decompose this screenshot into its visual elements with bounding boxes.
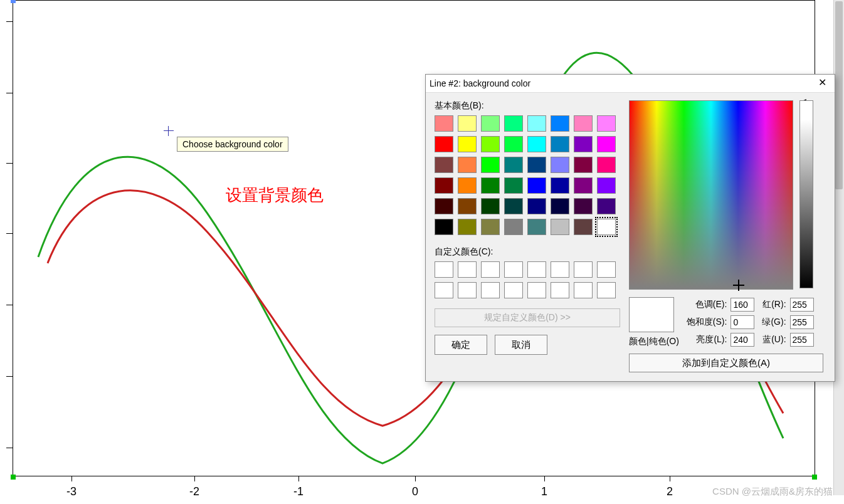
sat-input[interactable] (731, 315, 754, 329)
basic-swatch[interactable] (597, 136, 616, 152)
custom-swatch[interactable] (504, 282, 523, 298)
custom-swatch[interactable] (597, 261, 616, 278)
basic-swatch[interactable] (458, 219, 477, 235)
luminance-bar[interactable] (799, 100, 813, 288)
basic-swatch[interactable] (435, 136, 453, 152)
scrollbar-thumb[interactable] (835, 1, 843, 189)
basic-swatch[interactable] (504, 115, 523, 132)
basic-swatch[interactable] (504, 157, 523, 173)
blue-input[interactable] (790, 333, 814, 347)
custom-swatch[interactable] (551, 282, 569, 298)
basic-swatch[interactable] (597, 198, 616, 214)
dialog-title: Line #2: background color (430, 78, 813, 88)
basic-colors-label: 基本颜色(B): (435, 100, 620, 112)
lum-input[interactable] (731, 333, 754, 347)
basic-swatch[interactable] (574, 115, 593, 132)
x-tick-label: -2 (189, 485, 199, 498)
resize-handle-bottom-right[interactable] (812, 475, 817, 480)
basic-swatch[interactable] (574, 219, 593, 235)
basic-swatch[interactable] (597, 115, 616, 132)
custom-swatch[interactable] (527, 282, 546, 298)
basic-swatch[interactable] (458, 157, 477, 173)
basic-swatch[interactable] (551, 136, 569, 152)
basic-swatch[interactable] (551, 115, 569, 132)
basic-swatch[interactable] (481, 115, 500, 132)
basic-swatch[interactable] (481, 136, 500, 152)
basic-swatch[interactable] (551, 157, 569, 173)
basic-swatch[interactable] (527, 177, 546, 194)
ok-button[interactable]: 确定 (435, 335, 487, 355)
custom-swatch[interactable] (435, 282, 453, 298)
custom-swatch[interactable] (435, 261, 453, 278)
basic-swatch[interactable] (458, 177, 477, 194)
basic-swatch[interactable] (481, 177, 500, 194)
basic-swatch[interactable] (504, 198, 523, 214)
custom-colors-label: 自定义颜色(C): (435, 246, 620, 258)
watermark: CSDN @云烟成雨&房东的猫 (712, 486, 833, 498)
define-custom-button: 规定自定义颜色(D) >> (435, 308, 620, 327)
basic-swatch[interactable] (597, 157, 616, 173)
basic-swatch[interactable] (551, 198, 569, 214)
custom-swatch[interactable] (458, 261, 477, 278)
resize-handle-bottom-left[interactable] (11, 475, 16, 480)
red-input[interactable] (790, 298, 814, 312)
basic-swatch[interactable] (527, 136, 546, 152)
resize-handle-top-left[interactable] (11, 0, 16, 3)
close-icon[interactable]: ✕ (813, 76, 831, 90)
basic-swatch[interactable] (481, 198, 500, 214)
basic-swatches (435, 115, 620, 235)
cancel-button[interactable]: 取消 (495, 335, 547, 355)
basic-swatch[interactable] (551, 177, 569, 194)
basic-swatch[interactable] (435, 198, 453, 214)
hue-input[interactable] (731, 298, 754, 312)
basic-swatch[interactable] (527, 157, 546, 173)
custom-swatch[interactable] (458, 282, 477, 298)
custom-swatch[interactable] (481, 261, 500, 278)
basic-swatch[interactable] (435, 115, 453, 132)
basic-swatch[interactable] (597, 219, 616, 235)
basic-swatch[interactable] (574, 198, 593, 214)
basic-swatch[interactable] (574, 136, 593, 152)
basic-swatch[interactable] (458, 115, 477, 132)
add-custom-color-button[interactable]: 添加到自定义颜色(A) (629, 354, 823, 372)
basic-swatch[interactable] (527, 219, 546, 235)
green-label: 绿(G): (762, 317, 786, 328)
y-axis (10, 0, 16, 476)
basic-swatch[interactable] (481, 157, 500, 173)
basic-swatch[interactable] (504, 136, 523, 152)
cursor-crosshair-icon (164, 126, 174, 136)
dialog-titlebar[interactable]: Line #2: background color ✕ (426, 75, 835, 93)
blue-label: 蓝(U): (762, 334, 786, 345)
basic-swatch[interactable] (574, 177, 593, 194)
basic-swatch[interactable] (551, 219, 569, 235)
color-dialog: Line #2: background color ✕ 基本颜色(B): 自定义… (425, 74, 835, 382)
x-tick-label: 2 (667, 485, 673, 498)
basic-swatch[interactable] (597, 177, 616, 194)
x-tick-label: 0 (412, 485, 418, 498)
basic-swatch[interactable] (481, 219, 500, 235)
custom-swatch[interactable] (574, 282, 593, 298)
custom-swatch[interactable] (504, 261, 523, 278)
basic-swatch[interactable] (435, 177, 453, 194)
hue-label: 色调(E): (695, 299, 727, 310)
custom-swatch[interactable] (574, 261, 593, 278)
custom-swatches (435, 261, 620, 298)
annotation-text: 设置背景颜色 (226, 184, 324, 206)
basic-swatch[interactable] (435, 219, 453, 235)
basic-swatch[interactable] (458, 136, 477, 152)
custom-swatch[interactable] (527, 261, 546, 278)
basic-swatch[interactable] (504, 219, 523, 235)
color-spectrum[interactable] (629, 100, 793, 290)
custom-swatch[interactable] (481, 282, 500, 298)
basic-swatch[interactable] (435, 157, 453, 173)
custom-swatch[interactable] (597, 282, 616, 298)
spectrum-crosshair-icon (735, 281, 742, 289)
basic-swatch[interactable] (574, 157, 593, 173)
sat-label: 饱和度(S): (687, 317, 727, 328)
custom-swatch[interactable] (551, 261, 569, 278)
green-input[interactable] (790, 315, 814, 329)
basic-swatch[interactable] (527, 198, 546, 214)
basic-swatch[interactable] (458, 198, 477, 214)
basic-swatch[interactable] (527, 115, 546, 132)
basic-swatch[interactable] (504, 177, 523, 194)
